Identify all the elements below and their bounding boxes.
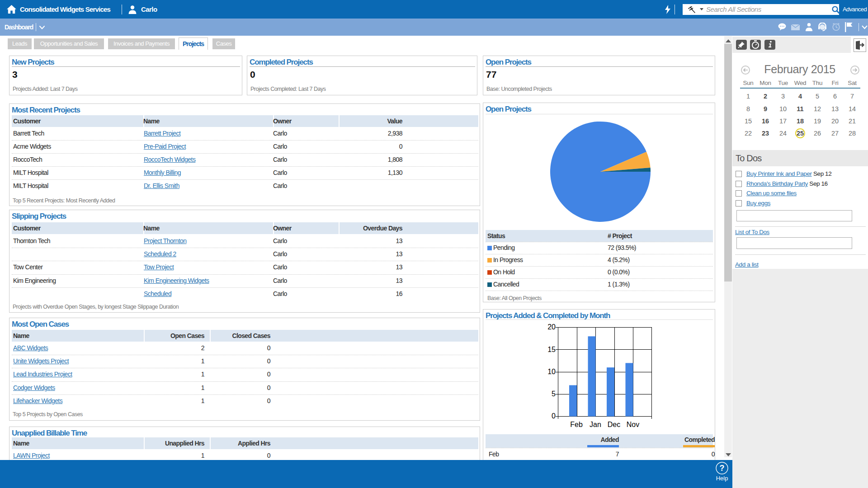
svg-text:?: ? — [720, 464, 725, 473]
